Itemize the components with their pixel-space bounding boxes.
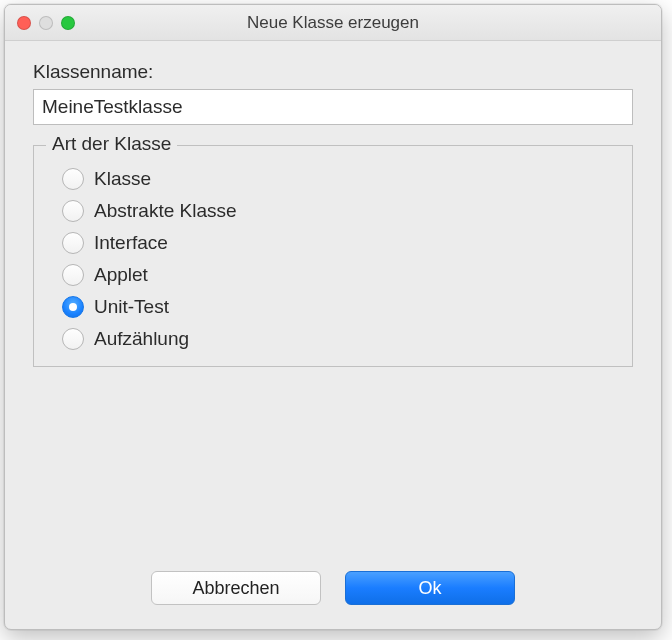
radio-icon <box>62 296 84 318</box>
radio-icon <box>62 168 84 190</box>
radio-klasse[interactable]: Klasse <box>62 168 610 190</box>
radio-icon <box>62 264 84 286</box>
classname-label: Klassenname: <box>33 61 633 83</box>
fieldset-legend: Art der Klasse <box>46 133 177 155</box>
radio-label: Aufzählung <box>94 328 189 350</box>
radio-label: Applet <box>94 264 148 286</box>
radio-label: Klasse <box>94 168 151 190</box>
radio-aufzaehlung[interactable]: Aufzählung <box>62 328 610 350</box>
minimize-icon <box>39 16 53 30</box>
zoom-icon[interactable] <box>61 16 75 30</box>
radio-icon <box>62 200 84 222</box>
traffic-lights <box>17 16 75 30</box>
radio-list: Klasse Abstrakte Klasse Interface Applet <box>52 160 614 352</box>
cancel-button[interactable]: Abbrechen <box>151 571 321 605</box>
dialog-window: Neue Klasse erzeugen Klassenname: Art de… <box>4 4 662 630</box>
radio-label: Abstrakte Klasse <box>94 200 237 222</box>
ok-button[interactable]: Ok <box>345 571 515 605</box>
classname-input[interactable] <box>33 89 633 125</box>
radio-label: Interface <box>94 232 168 254</box>
radio-label: Unit-Test <box>94 296 169 318</box>
radio-unit-test[interactable]: Unit-Test <box>62 296 610 318</box>
class-type-fieldset: Art der Klasse Klasse Abstrakte Klasse I… <box>33 145 633 367</box>
radio-abstrakte-klasse[interactable]: Abstrakte Klasse <box>62 200 610 222</box>
radio-icon <box>62 328 84 350</box>
window-title: Neue Klasse erzeugen <box>5 13 661 33</box>
button-row: Abbrechen Ok <box>33 547 633 605</box>
radio-interface[interactable]: Interface <box>62 232 610 254</box>
close-icon[interactable] <box>17 16 31 30</box>
radio-applet[interactable]: Applet <box>62 264 610 286</box>
radio-icon <box>62 232 84 254</box>
titlebar: Neue Klasse erzeugen <box>5 5 661 41</box>
dialog-content: Klassenname: Art der Klasse Klasse Abstr… <box>5 41 661 629</box>
